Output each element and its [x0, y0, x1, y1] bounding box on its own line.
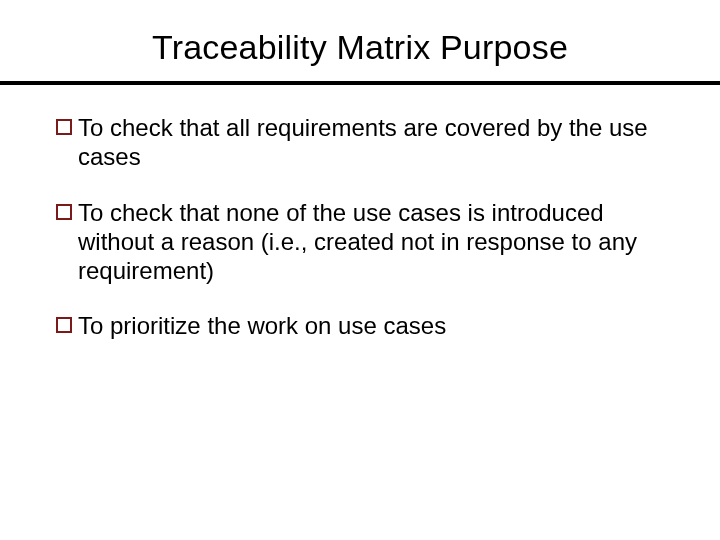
slide: Traceability Matrix Purpose To check tha…: [0, 0, 720, 540]
square-bullet-icon: [56, 204, 72, 220]
square-bullet-icon: [56, 119, 72, 135]
list-item: To check that all requirements are cover…: [56, 113, 664, 172]
bullet-text: To prioritize the work on use cases: [78, 311, 446, 340]
square-bullet-icon: [56, 317, 72, 333]
list-item: To check that none of the use cases is i…: [56, 198, 664, 286]
bullet-text: To check that none of the use cases is i…: [78, 198, 664, 286]
list-item: To prioritize the work on use cases: [56, 311, 664, 340]
bullet-text: To check that all requirements are cover…: [78, 113, 664, 172]
slide-title: Traceability Matrix Purpose: [0, 28, 720, 81]
slide-body: To check that all requirements are cover…: [0, 85, 720, 341]
